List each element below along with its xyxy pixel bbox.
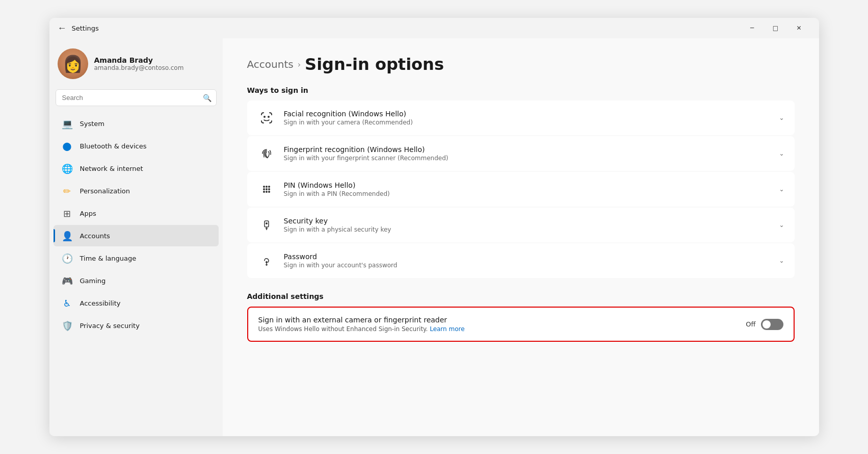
accounts-icon: 👤 <box>62 230 73 241</box>
sidebar-item-time[interactable]: 🕐 Time & language <box>54 247 219 269</box>
password-text: Password Sign in with your account's pas… <box>284 253 771 269</box>
pin-icon <box>257 180 276 198</box>
option-fingerprint[interactable]: Fingerprint recognition (Windows Hello) … <box>247 136 795 171</box>
fingerprint-subtitle: Sign in with your fingerprint scanner (R… <box>284 155 771 162</box>
title-bar-left: ← Settings <box>58 23 741 34</box>
password-icon <box>257 251 276 270</box>
search-input[interactable] <box>56 89 217 106</box>
additional-settings-heading: Additional settings <box>247 292 795 300</box>
sidebar-item-privacy[interactable]: 🛡️ Privacy & security <box>54 315 219 336</box>
password-subtitle: Sign in with your account's password <box>284 262 771 269</box>
title-bar: ← Settings ─ □ ✕ <box>49 18 819 38</box>
sidebar-label-personalization: Personalization <box>80 187 130 195</box>
window-title: Settings <box>72 24 99 32</box>
svg-point-4 <box>268 186 270 188</box>
network-icon: 🌐 <box>62 163 73 174</box>
sign-in-options-list: Facial recognition (Windows Hello) Sign … <box>247 100 795 278</box>
settings-window: ← Settings ─ □ ✕ 👩 Amanda Brady amanda.b… <box>49 18 819 436</box>
pin-chevron: ⌄ <box>779 186 784 193</box>
privacy-icon: 🛡️ <box>62 320 73 331</box>
maximize-button[interactable]: □ <box>764 20 787 36</box>
fingerprint-text: Fingerprint recognition (Windows Hello) … <box>284 145 771 162</box>
breadcrumb-parent: Accounts <box>247 58 294 70</box>
close-button[interactable]: ✕ <box>787 20 811 36</box>
system-icon: 💻 <box>62 118 73 129</box>
sidebar-label-time: Time & language <box>80 255 137 262</box>
sidebar-item-accounts[interactable]: 👤 Accounts <box>54 225 219 246</box>
svg-point-10 <box>268 191 270 193</box>
svg-point-0 <box>264 116 266 118</box>
svg-point-5 <box>263 188 265 190</box>
bluetooth-icon: ⬤ <box>62 140 73 152</box>
apps-icon: ⊞ <box>62 208 73 219</box>
facial-recognition-chevron: ⌄ <box>779 114 784 121</box>
facial-recognition-icon <box>257 109 276 127</box>
sidebar-label-apps: Apps <box>80 210 96 217</box>
gaming-icon: 🎮 <box>62 275 73 286</box>
pin-title: PIN (Windows Hello) <box>284 181 771 189</box>
fingerprint-title: Fingerprint recognition (Windows Hello) <box>284 145 771 154</box>
external-camera-text: Sign in with an external camera or finge… <box>258 316 746 333</box>
facial-recognition-title: Facial recognition (Windows Hello) <box>284 110 771 118</box>
time-icon: 🕐 <box>62 253 73 264</box>
password-chevron: ⌄ <box>779 257 784 264</box>
personalization-icon: ✏️ <box>62 185 73 196</box>
option-pin[interactable]: PIN (Windows Hello) Sign in with a PIN (… <box>247 172 795 207</box>
minimize-button[interactable]: ─ <box>741 20 764 36</box>
toggle-label: Off <box>746 320 755 328</box>
sidebar-item-bluetooth[interactable]: ⬤ Bluetooth & devices <box>54 135 219 157</box>
facial-recognition-subtitle: Sign in with your camera (Recommended) <box>284 119 771 126</box>
sidebar-label-accessibility: Accessibility <box>80 299 121 307</box>
sidebar-item-network[interactable]: 🌐 Network & internet <box>54 158 219 179</box>
option-facial-recognition[interactable]: Facial recognition (Windows Hello) Sign … <box>247 100 795 135</box>
pin-text: PIN (Windows Hello) Sign in with a PIN (… <box>284 181 771 197</box>
password-title: Password <box>284 253 771 261</box>
svg-point-3 <box>266 186 268 188</box>
sidebar-label-privacy: Privacy & security <box>80 322 140 330</box>
breadcrumb-separator: › <box>298 60 301 69</box>
toggle-wrap: Off <box>746 319 783 330</box>
svg-point-14 <box>266 222 268 224</box>
window-controls: ─ □ ✕ <box>741 20 811 36</box>
fingerprint-icon <box>257 144 276 163</box>
user-name: Amanda Brady <box>94 56 184 64</box>
search-box: 🔍 <box>56 89 217 106</box>
external-camera-toggle[interactable] <box>761 319 783 330</box>
user-info: Amanda Brady amanda.brady@contoso.com <box>94 56 184 71</box>
external-camera-subtitle-text: Uses Windows Hello without Enhanced Sign… <box>258 325 428 333</box>
option-password[interactable]: Password Sign in with your account's pas… <box>247 243 795 278</box>
sidebar-item-apps[interactable]: ⊞ Apps <box>54 203 219 224</box>
fingerprint-chevron: ⌄ <box>779 150 784 157</box>
security-key-title: Security key <box>284 217 771 225</box>
sidebar-item-gaming[interactable]: 🎮 Gaming <box>54 270 219 291</box>
sidebar-label-gaming: Gaming <box>80 277 106 285</box>
avatar: 👩 <box>58 48 88 79</box>
learn-more-link[interactable]: Learn more <box>430 325 464 333</box>
sidebar-item-system[interactable]: 💻 System <box>54 113 219 134</box>
page-title: Sign-in options <box>305 55 444 74</box>
sidebar-item-accessibility[interactable]: ♿ Accessibility <box>54 292 219 314</box>
main-content: 👩 Amanda Brady amanda.brady@contoso.com … <box>49 38 819 436</box>
security-key-subtitle: Sign in with a physical security key <box>284 226 771 233</box>
svg-point-7 <box>268 188 270 190</box>
ways-to-sign-in-heading: Ways to sign in <box>247 86 795 94</box>
sidebar-label-network: Network & internet <box>80 165 143 172</box>
search-icon: 🔍 <box>203 94 212 102</box>
user-email: amanda.brady@contoso.com <box>94 64 184 71</box>
sidebar-item-personalization[interactable]: ✏️ Personalization <box>54 180 219 201</box>
svg-point-8 <box>263 191 265 193</box>
toggle-thumb <box>762 320 771 329</box>
svg-point-9 <box>266 191 268 193</box>
user-profile: 👩 Amanda Brady amanda.brady@contoso.com <box>49 42 223 89</box>
svg-point-2 <box>263 186 265 188</box>
accessibility-icon: ♿ <box>62 297 73 309</box>
main-panel: Accounts › Sign-in options Ways to sign … <box>223 38 819 436</box>
external-camera-setting: Sign in with an external camera or finge… <box>247 307 795 342</box>
back-button[interactable]: ← <box>58 23 67 34</box>
avatar-image: 👩 <box>58 48 88 79</box>
external-camera-title: Sign in with an external camera or finge… <box>258 316 746 324</box>
sidebar-label-bluetooth: Bluetooth & devices <box>80 142 147 150</box>
option-security-key[interactable]: Security key Sign in with a physical sec… <box>247 208 795 242</box>
svg-point-15 <box>266 261 268 263</box>
security-key-icon <box>257 216 276 234</box>
